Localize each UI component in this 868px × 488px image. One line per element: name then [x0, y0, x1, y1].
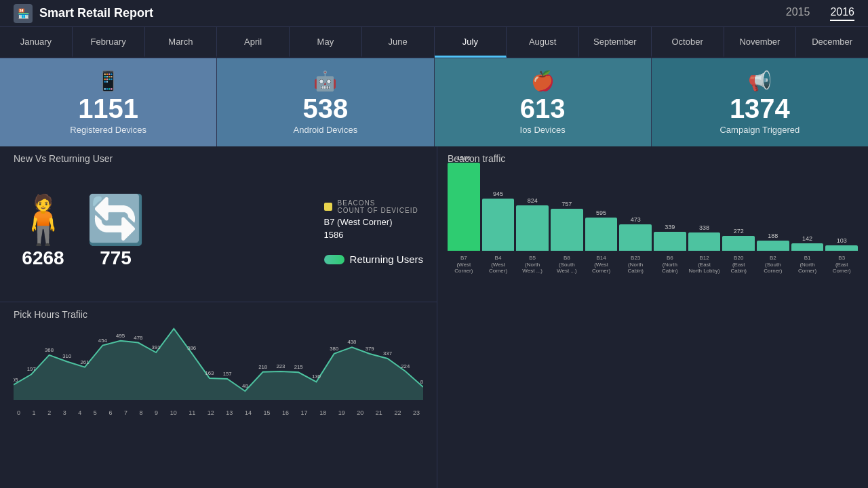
bar-group-10: 142 B1(NorthCorner) [791, 235, 824, 274]
legend-beacon-name: B7 (West Corner) [324, 217, 423, 227]
month-december[interactable]: December [796, 27, 868, 58]
line-val-20: 379 [366, 346, 374, 352]
kpi-icon-0: 📱 [96, 70, 120, 92]
line-val-5: 454 [98, 337, 108, 343]
line-val-9: 602 [170, 325, 178, 327]
bar-8 [722, 236, 755, 251]
line-val-4: 261 [81, 359, 90, 365]
month-april[interactable]: April [217, 27, 290, 58]
bar-val-11: 103 [837, 237, 847, 244]
x-label-13: 13 [226, 409, 233, 416]
header-left: 🏪 Smart Retail Report [14, 4, 153, 23]
line-val-1: 197 [27, 366, 36, 372]
bar-10 [791, 243, 824, 251]
bar-chart-container: 1586 B7(WestCorner) 945 B4(WestCorner) 8… [448, 169, 858, 291]
kpi-card-0: 📱 1151 Registered Devices [0, 58, 217, 146]
bar-2 [516, 205, 549, 251]
year-selector: 2015 2016 [786, 6, 854, 21]
nvr-section: New Vs Returning User 🧍 6268 🔄 775 [0, 146, 437, 302]
line-val-7: 478 [134, 335, 143, 341]
bar-val-8: 272 [734, 228, 744, 235]
bar-group-3: 757 B8(SouthWest ...) [551, 201, 583, 274]
month-january[interactable]: January [0, 27, 73, 58]
line-val-3: 310 [62, 353, 72, 359]
kpi-value-3: 1374 [730, 95, 790, 122]
month-may[interactable]: May [290, 27, 362, 58]
legend-returning-item: Returning Users [324, 253, 423, 265]
returning-user-icon: 🔄 [86, 196, 145, 243]
legend-beacons-label: BEACONS [338, 199, 418, 207]
bar-val-9: 188 [768, 232, 778, 239]
x-label-17: 17 [301, 409, 308, 416]
month-july[interactable]: July [435, 27, 507, 58]
kpi-value-0: 1151 [78, 95, 138, 122]
bar-chart: 1586 B7(WestCorner) 945 B4(WestCorner) 8… [448, 169, 858, 274]
line-chart-svg: 1051973683102614544954783916023861631574… [14, 325, 423, 407]
right-panel: Beacon traffic 1586 B7(WestCorner) 945 B… [437, 146, 868, 488]
kpi-row: 📱 1151 Registered Devices 🤖 538 Android … [0, 58, 868, 146]
bar-val-2: 824 [528, 197, 538, 204]
main-content: New Vs Returning User 🧍 6268 🔄 775 [0, 146, 868, 488]
bar-6 [654, 232, 686, 251]
x-label-9: 9 [155, 409, 158, 416]
bar-5 [619, 224, 652, 251]
kpi-label-2: Ios Devices [520, 125, 566, 135]
kpi-value-2: 613 [520, 95, 566, 122]
bar-val-4: 595 [596, 209, 606, 216]
logo-icon: 🏪 [14, 4, 33, 23]
year-2016[interactable]: 2016 [830, 6, 854, 21]
year-2015[interactable]: 2015 [786, 6, 810, 21]
legend-beacon-dot [324, 203, 332, 211]
bar-group-5: 473 B23(NorthCabin) [619, 216, 652, 274]
bar-label-6: B6(NorthCabin) [662, 255, 678, 274]
nvr-title: New Vs Returning User [14, 153, 423, 164]
x-label-4: 4 [78, 409, 81, 416]
x-label-7: 7 [124, 409, 127, 416]
month-june[interactable]: June [362, 27, 435, 58]
x-label-2: 2 [47, 409, 51, 416]
x-label-20: 20 [357, 409, 363, 416]
line-val-10: 386 [187, 345, 197, 351]
returning-user-block: 🔄 775 [86, 196, 145, 269]
legend-beacon: BEACONS COUNT OF DEVICEID [324, 199, 423, 214]
kpi-card-3: 📢 1374 Campaign Triggered [652, 58, 868, 146]
line-val-6: 495 [116, 333, 125, 339]
x-label-21: 21 [376, 409, 382, 416]
month-october[interactable]: October [652, 27, 724, 58]
bar-val-7: 338 [699, 224, 709, 231]
x-label-0: 0 [17, 409, 20, 416]
x-label-14: 14 [245, 409, 252, 416]
bar-label-1: B4(WestCorner) [489, 255, 507, 274]
x-label-8: 8 [140, 409, 143, 416]
bar-9 [757, 241, 789, 251]
bar-label-7: B12(EastNorth Lobby) [688, 255, 719, 274]
kpi-icon-2: 🍎 [531, 70, 555, 92]
bar-val-1: 945 [493, 190, 503, 197]
x-label-10: 10 [170, 409, 177, 416]
x-axis: 01234567891011121314151617181920212223 [14, 409, 423, 416]
month-august[interactable]: August [507, 27, 579, 58]
nvr-content: 🧍 6268 🔄 775 BEACONS COUN [14, 169, 423, 295]
x-label-12: 12 [208, 409, 214, 416]
bar-label-4: B14(WestCorner) [592, 255, 610, 274]
bar-7 [688, 232, 721, 251]
bar-1 [482, 199, 515, 251]
month-march[interactable]: March [145, 27, 218, 58]
bar-group-2: 824 B5(NorthWest ...) [516, 197, 549, 274]
legend-returning-swatch [324, 255, 344, 264]
month-november[interactable]: November [724, 27, 797, 58]
x-label-1: 1 [33, 409, 36, 416]
bar-group-6: 339 B6(NorthCabin) [654, 224, 686, 274]
line-val-22: 224 [401, 363, 410, 369]
month-september[interactable]: September [579, 27, 652, 58]
kpi-card-1: 🤖 538 Android Devices [217, 58, 434, 146]
x-label-19: 19 [338, 409, 345, 416]
legend-beacon-value: 1586 [324, 230, 423, 240]
bar-val-0: 1586 [457, 155, 471, 161]
bar-group-0: 1586 B7(WestCorner) [448, 155, 480, 274]
x-label-16: 16 [282, 409, 289, 416]
header-title: Smart Retail Report [39, 6, 153, 20]
month-february[interactable]: February [73, 27, 145, 58]
bar-label-10: B1(NorthCorner) [798, 255, 816, 274]
bar-3 [551, 209, 583, 251]
